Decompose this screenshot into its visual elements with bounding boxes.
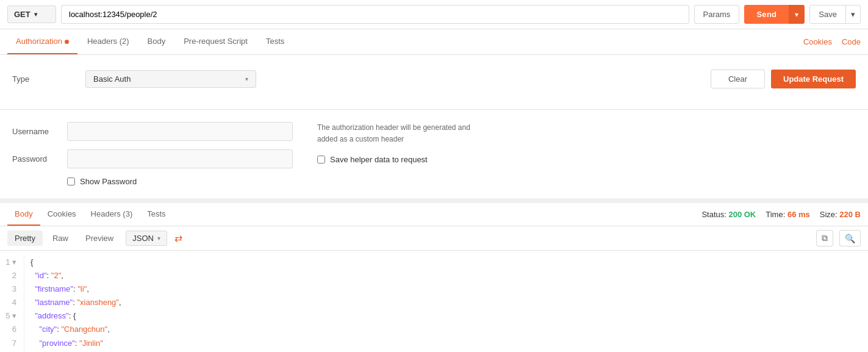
password-label: Password	[12, 154, 67, 163]
password-row: Password	[12, 149, 293, 168]
wrap-icon[interactable]: ⇄	[174, 232, 182, 244]
request-tab-bar: Authorization Headers (2) Body Pre-reque…	[0, 29, 868, 55]
fields-panel: Username Password Show Password The auth…	[0, 110, 868, 203]
view-pretty-button[interactable]: Pretty	[7, 231, 43, 246]
line-content-7: "province": "Jinlin"	[30, 337, 103, 350]
code-view-bar: Pretty Raw Preview JSON ▾ ⇄ ⧉ 🔍	[0, 226, 868, 251]
send-button[interactable]: Send	[744, 5, 789, 24]
auth-info-text: The authorization header will be generat…	[317, 122, 856, 145]
username-row: Username	[12, 122, 293, 141]
save-button[interactable]: Save	[810, 5, 845, 23]
status-label: Status: 200 OK	[701, 210, 756, 219]
code-link[interactable]: Code	[842, 37, 861, 46]
request-tabs-right: Cookies Code	[803, 37, 861, 46]
time-label: Time: 66 ms	[766, 210, 810, 219]
tab-tests[interactable]: Tests	[257, 29, 293, 54]
tab-body[interactable]: Body	[139, 29, 174, 54]
line-num-2: 2	[0, 269, 24, 282]
view-raw-button[interactable]: Raw	[45, 231, 76, 246]
format-value: JSON	[132, 234, 154, 243]
copy-button[interactable]: ⧉	[816, 230, 833, 246]
format-chevron: ▾	[157, 235, 160, 242]
update-request-button[interactable]: Update Request	[771, 70, 856, 88]
clear-button[interactable]: Clear	[711, 70, 765, 88]
code-line-6: 6 "city": "Changchun",	[0, 323, 868, 336]
line-num-5: 5 ▾	[0, 309, 24, 323]
line-content-4: "lastname": "xiansheng",	[30, 296, 121, 309]
save-dropdown[interactable]: ▾	[845, 5, 860, 23]
line-num-1: 1 ▾	[0, 256, 24, 269]
auth-type-row: Type Basic Auth ▾ Clear Update Request	[12, 70, 856, 88]
save-helper-label[interactable]: Save helper data to request	[330, 155, 428, 164]
tab-authorization[interactable]: Authorization	[7, 29, 77, 54]
type-value: Basic Auth	[93, 74, 131, 84]
status-value: 200 OK	[728, 210, 756, 219]
code-line-8: 8 }	[0, 350, 868, 352]
code-line-2: 2 "id": "2",	[0, 269, 868, 282]
code-actions: ⧉ 🔍	[816, 230, 861, 246]
response-tab-bar: Body Cookies Headers (3) Tests Status: 2…	[0, 203, 868, 226]
size-label: Size: 220 B	[820, 210, 861, 219]
save-helper-checkbox[interactable]	[317, 156, 325, 163]
code-line-4: 4 "lastname": "xiansheng",	[0, 296, 868, 309]
method-chevron: ▾	[34, 11, 37, 18]
show-password-row: Show Password	[67, 177, 293, 186]
code-line-1: 1 ▾ {	[0, 256, 868, 269]
username-input[interactable]	[67, 122, 293, 141]
line-num-8: 8	[0, 350, 24, 352]
show-password-checkbox[interactable]	[67, 178, 75, 185]
request-tabs-left: Authorization Headers (2) Body Pre-reque…	[7, 29, 294, 54]
show-password-label[interactable]: Show Password	[80, 177, 137, 186]
line-content-2: "id": "2",	[30, 269, 63, 282]
line-content-6: "city": "Changchun",	[30, 323, 110, 336]
size-value: 220 B	[839, 210, 861, 219]
format-select[interactable]: JSON ▾	[126, 231, 167, 246]
authorization-dot	[65, 40, 69, 44]
resp-tab-tests[interactable]: Tests	[140, 203, 173, 226]
method-select[interactable]: GET ▾	[7, 5, 56, 23]
code-line-7: 7 "province": "Jinlin"	[0, 337, 868, 350]
cookies-link[interactable]: Cookies	[803, 37, 832, 46]
line-content-8: }	[30, 350, 38, 352]
type-chevron: ▾	[245, 76, 248, 82]
auth-actions: Clear Update Request	[711, 70, 856, 88]
line-content-1: {	[30, 256, 33, 269]
top-bar: GET ▾ Params Send ▾ Save ▾	[0, 0, 868, 29]
json-panel: 1 ▾ { 2 "id": "2", 3 "firstname": "li", …	[0, 251, 868, 352]
fields-left: Username Password Show Password	[12, 122, 293, 186]
url-input[interactable]	[61, 5, 689, 24]
line-num-3: 3	[0, 282, 24, 296]
save-helper-row: Save helper data to request	[317, 155, 856, 164]
send-group: Send ▾	[744, 5, 805, 24]
type-label: Type	[12, 74, 85, 84]
search-button[interactable]: 🔍	[839, 230, 861, 246]
fields-right: The authorization header will be generat…	[317, 122, 856, 186]
line-num-6: 6	[0, 323, 24, 336]
line-num-4: 4	[0, 296, 24, 309]
code-line-5: 5 ▾ "address": {	[0, 309, 868, 323]
line-content-3: "firstname": "li",	[30, 282, 89, 296]
params-button[interactable]: Params	[694, 5, 740, 24]
line-num-7: 7	[0, 337, 24, 350]
resp-tab-cookies[interactable]: Cookies	[40, 203, 84, 226]
time-value: 66 ms	[787, 210, 810, 219]
password-input[interactable]	[67, 149, 293, 168]
type-select[interactable]: Basic Auth ▾	[85, 70, 256, 88]
resp-tab-headers[interactable]: Headers (3)	[84, 203, 140, 226]
auth-panel: Type Basic Auth ▾ Clear Update Request	[0, 55, 868, 110]
tab-headers[interactable]: Headers (2)	[79, 29, 138, 54]
send-dropdown[interactable]: ▾	[789, 5, 805, 24]
response-tabs-left: Body Cookies Headers (3) Tests	[7, 203, 173, 226]
code-line-3: 3 "firstname": "li",	[0, 282, 868, 296]
resp-tab-body[interactable]: Body	[7, 203, 40, 226]
tab-prerequest[interactable]: Pre-request Script	[175, 29, 256, 54]
username-label: Username	[12, 127, 67, 136]
line-content-5: "address": {	[30, 309, 76, 323]
method-value: GET	[14, 10, 30, 19]
view-preview-button[interactable]: Preview	[78, 231, 121, 246]
response-status: Status: 200 OK Time: 66 ms Size: 220 B	[701, 210, 861, 219]
save-group: Save ▾	[809, 5, 861, 24]
